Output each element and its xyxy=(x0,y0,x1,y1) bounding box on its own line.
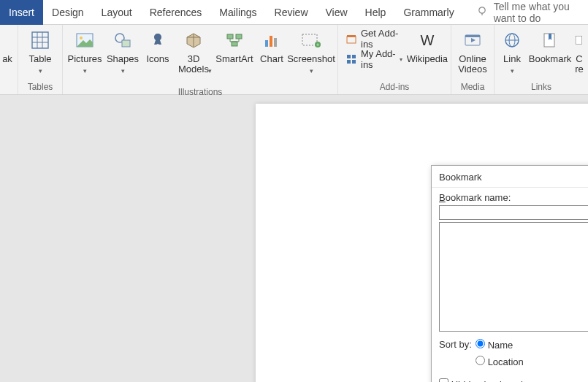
tab-references[interactable]: References xyxy=(141,0,211,25)
svg-point-8 xyxy=(80,37,83,39)
sort-name-radio-label: Name xyxy=(488,340,513,351)
sort-by-label: Sort by: xyxy=(439,339,476,350)
tell-me-label: Tell me what you want to do xyxy=(494,1,588,24)
link-icon xyxy=(501,29,523,51)
page-break-label: ak xyxy=(2,54,12,64)
video-icon xyxy=(462,29,484,51)
3d-models-button[interactable]: 3D Models ▾ xyxy=(174,26,213,86)
wikipedia-label: Wikipedia xyxy=(407,54,448,64)
svg-point-0 xyxy=(478,7,484,13)
group-label-tables: Tables xyxy=(21,81,59,94)
cross-reference-label: C re xyxy=(575,54,584,75)
tab-mailings[interactable]: Mailings xyxy=(210,0,265,25)
svg-rect-18 xyxy=(270,36,272,47)
sort-location-radio-input[interactable] xyxy=(476,356,485,365)
group-label-media: Media xyxy=(454,81,491,94)
smartart-icon xyxy=(224,29,245,51)
cross-reference-icon xyxy=(568,29,588,51)
shapes-label: Shapes xyxy=(107,54,139,64)
svg-rect-24 xyxy=(347,35,356,37)
dialog-title: Bookmark xyxy=(432,166,588,188)
table-button[interactable]: Table ▾ xyxy=(21,26,59,76)
chart-button[interactable]: Chart xyxy=(256,26,288,64)
online-videos-label: Online Videos xyxy=(458,54,487,75)
3d-models-label: 3D Models xyxy=(178,54,209,75)
tab-design[interactable]: Design xyxy=(43,0,93,25)
hidden-bookmarks-checkbox[interactable]: Hidden bookmarks xyxy=(439,378,588,382)
group-label-pages xyxy=(0,81,15,94)
tab-bar: Insert Design Layout References Mailings… xyxy=(0,0,588,25)
svg-rect-14 xyxy=(227,34,233,39)
pictures-label: Pictures xyxy=(68,54,102,64)
cross-reference-button[interactable]: C re xyxy=(573,26,585,75)
chevron-down-icon: ▾ xyxy=(39,66,42,76)
svg-rect-17 xyxy=(265,40,268,47)
hidden-bookmarks-label: Hidden bookmarks xyxy=(451,379,530,382)
tab-grammarly[interactable]: Grammarly xyxy=(394,0,462,25)
my-addins-button[interactable]: My Add-ins ▾ xyxy=(345,51,402,67)
pictures-button[interactable]: Pictures ▾ xyxy=(66,26,104,76)
bookmark-dialog: Bookmark Bookmark name: Sort by: Name Lo… xyxy=(431,165,588,382)
sort-by-location-radio[interactable]: Location xyxy=(476,356,524,367)
wikipedia-button[interactable]: W Wikipedia xyxy=(407,26,448,64)
bookmark-label: Bookmark xyxy=(529,54,572,64)
smartart-button[interactable]: SmartArt xyxy=(213,26,256,64)
icons-label: Icons xyxy=(146,54,169,64)
3d-models-icon xyxy=(183,29,205,51)
ribbon: ak Table ▾ Tables Pictures ▾ xyxy=(0,25,588,95)
svg-marker-31 xyxy=(471,38,476,42)
svg-rect-2 xyxy=(32,32,48,48)
svg-text:W: W xyxy=(420,32,434,48)
svg-text:+: + xyxy=(316,42,319,47)
bookmark-icon xyxy=(539,29,561,51)
svg-rect-32 xyxy=(465,35,480,37)
online-videos-button[interactable]: Online Videos xyxy=(454,26,491,75)
tell-me-search[interactable]: Tell me what you want to do xyxy=(476,1,588,24)
chevron-down-icon: ▾ xyxy=(400,56,402,63)
table-icon xyxy=(29,29,51,51)
svg-rect-26 xyxy=(352,55,356,58)
bookmark-button[interactable]: Bookmark xyxy=(527,26,573,64)
chevron-down-icon: ▾ xyxy=(511,66,514,76)
bookmark-name-input[interactable] xyxy=(439,205,588,220)
svg-rect-19 xyxy=(274,38,277,47)
screenshot-label: Screenshot xyxy=(287,54,335,64)
svg-rect-23 xyxy=(347,37,356,43)
chart-label: Chart xyxy=(260,54,283,64)
bookmark-name-label: Bookmark name: xyxy=(439,192,588,203)
svg-rect-16 xyxy=(232,42,237,46)
shapes-icon xyxy=(112,29,134,51)
tab-layout[interactable]: Layout xyxy=(93,0,141,25)
lightbulb-icon xyxy=(476,5,488,19)
table-label: Table xyxy=(28,54,51,64)
screenshot-button[interactable]: + Screenshot ▾ xyxy=(288,26,335,76)
page-break-icon xyxy=(0,29,18,51)
sort-name-radio-input[interactable] xyxy=(476,339,485,348)
shapes-button[interactable]: Shapes ▾ xyxy=(104,26,142,76)
my-addins-label: My Add-ins xyxy=(361,48,397,70)
get-addins-button[interactable]: Get Add-ins xyxy=(345,31,402,47)
svg-rect-15 xyxy=(236,34,242,39)
chevron-down-icon: ▾ xyxy=(208,66,212,76)
tab-review[interactable]: Review xyxy=(266,0,317,25)
icons-button[interactable]: Icons xyxy=(142,26,174,64)
pictures-icon xyxy=(74,29,96,51)
screenshot-icon: + xyxy=(300,29,322,51)
sort-location-radio-label: Location xyxy=(488,356,524,367)
tab-view[interactable]: View xyxy=(317,0,356,25)
chevron-down-icon: ▾ xyxy=(83,66,87,76)
svg-rect-28 xyxy=(352,60,356,64)
chart-icon xyxy=(261,29,283,51)
link-button[interactable]: Link ▾ xyxy=(497,26,527,76)
hidden-bookmarks-checkbox-input[interactable] xyxy=(439,378,448,382)
tab-help[interactable]: Help xyxy=(356,0,395,25)
tab-insert[interactable]: Insert xyxy=(0,0,43,25)
page-break-button[interactable]: ak xyxy=(0,26,15,64)
addins-icon xyxy=(345,53,357,66)
svg-rect-37 xyxy=(576,36,582,44)
wikipedia-icon: W xyxy=(416,29,438,51)
svg-rect-10 xyxy=(122,40,130,47)
sort-by-name-radio[interactable]: Name xyxy=(476,339,524,351)
bookmark-list[interactable] xyxy=(439,222,588,332)
smartart-label: SmartArt xyxy=(215,54,253,64)
